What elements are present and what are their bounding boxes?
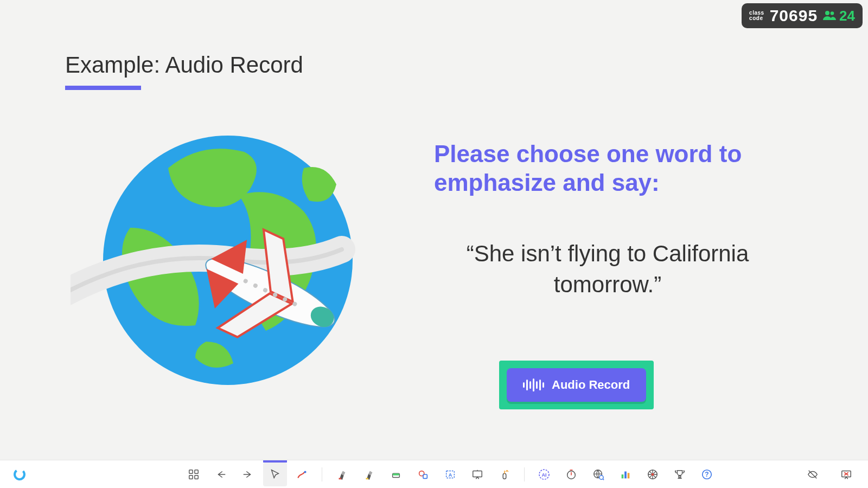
svg-point-30 (599, 475, 603, 479)
participant-count: 24 (823, 8, 855, 24)
pointer-tool-button[interactable] (263, 463, 287, 486)
draggable-button[interactable] (493, 463, 516, 486)
name-picker-button[interactable] (641, 463, 665, 486)
class-code-label: class code (749, 10, 764, 21)
class-code-number: 70695 (770, 7, 818, 25)
instruction-text: Please choose one word to emphasize and … (434, 140, 781, 197)
pen-tool-button[interactable] (290, 463, 314, 486)
svg-rect-31 (622, 474, 624, 478)
svg-point-11 (12, 467, 26, 481)
svg-text:AI: AI (542, 472, 547, 477)
slide-title: Example: Audio Record (65, 52, 303, 78)
people-icon (823, 10, 836, 22)
audio-record-label: Audio Record (552, 378, 630, 392)
slide-grid-button[interactable] (182, 463, 206, 486)
toolbar-separator (524, 467, 525, 481)
globe-plane-illustration (71, 119, 374, 401)
svg-point-0 (825, 11, 829, 15)
app-logo[interactable] (8, 463, 31, 486)
svg-rect-20 (393, 473, 400, 476)
example-sentence: “She isn’t flying to California tomorrow… (434, 239, 781, 300)
hide-toolbar-button[interactable] (801, 463, 825, 486)
award-button[interactable] (668, 463, 692, 486)
class-code-badge[interactable]: class code 70695 24 (742, 3, 863, 28)
highlighter-red-button[interactable] (330, 463, 354, 486)
slide-canvas: class code 70695 24 Example: Audio Recor… (0, 0, 868, 488)
svg-rect-13 (195, 470, 198, 473)
next-slide-button[interactable] (236, 463, 260, 486)
svg-rect-25 (473, 471, 482, 477)
ai-button[interactable]: AI (532, 463, 556, 486)
prev-slide-button[interactable] (209, 463, 233, 486)
bottom-toolbar: A AI (0, 460, 868, 488)
end-show-button[interactable] (834, 463, 858, 486)
whiteboard-button[interactable] (465, 463, 489, 486)
svg-rect-14 (189, 475, 193, 478)
svg-point-1 (831, 11, 834, 15)
help-button[interactable]: ? (695, 463, 719, 486)
svg-rect-17 (339, 478, 342, 479)
svg-text:?: ? (705, 471, 709, 478)
toolbar-separator (322, 467, 322, 481)
timer-button[interactable] (559, 463, 583, 486)
eraser-button[interactable] (384, 463, 408, 486)
browser-button[interactable] (586, 463, 610, 486)
audio-record-button[interactable]: Audio Record (507, 368, 646, 402)
audio-record-highlight: Audio Record (499, 361, 654, 409)
text-box-button[interactable]: A (438, 463, 462, 486)
audio-wave-icon (523, 378, 544, 391)
svg-point-16 (304, 471, 306, 473)
highlighter-yellow-button[interactable] (357, 463, 381, 486)
poll-button[interactable] (614, 463, 637, 486)
class-label-line2: code (749, 16, 764, 21)
title-underline (65, 86, 141, 90)
svg-rect-15 (195, 475, 198, 478)
svg-rect-18 (366, 478, 369, 479)
svg-text:A: A (449, 472, 452, 477)
svg-point-35 (652, 473, 654, 476)
svg-rect-12 (189, 470, 193, 473)
shapes-button[interactable] (411, 463, 435, 486)
svg-rect-32 (624, 471, 627, 478)
participant-number: 24 (839, 8, 855, 24)
svg-rect-33 (628, 473, 630, 478)
